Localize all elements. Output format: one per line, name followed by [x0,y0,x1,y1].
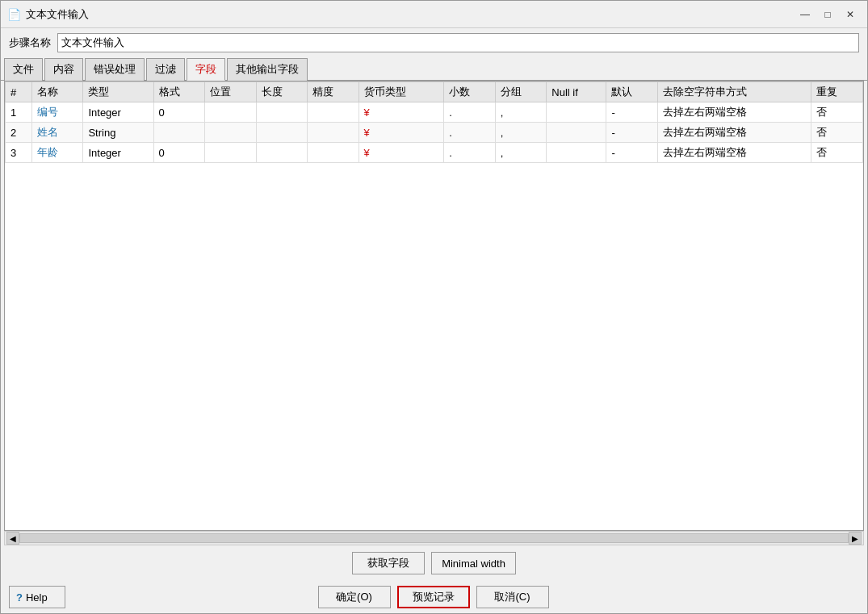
table-cell: ¥ [359,143,444,163]
table-cell: 否 [811,123,863,143]
table-cell: 去掉左右两端空格 [657,102,811,123]
col-nullif: Null if [547,82,606,102]
tab-content[interactable]: 内容 [44,58,83,81]
horizontal-scrollbar[interactable]: ◀ ▶ [4,531,864,545]
table-cell [308,123,359,143]
field-action-buttons: 获取字段 Minimal width [1,545,867,581]
col-decimal: 小数 [444,82,496,102]
table-row[interactable]: 1编号Integer0¥.,-去掉左右两端空格否 [6,102,863,123]
help-icon: ? [16,591,23,604]
table-cell: . [444,143,496,163]
tab-file[interactable]: 文件 [4,58,43,81]
col-repeat: 重复 [811,82,863,102]
table-cell: . [444,102,496,123]
col-name: 名称 [31,82,83,102]
col-precision: 精度 [308,82,359,102]
table-cell [205,102,257,123]
table-cell [256,102,308,123]
table-cell [308,143,359,163]
footer-right: 确定(O) 预览记录 取消(C) [318,586,614,608]
window-title: 文本文件输入 [26,7,89,22]
close-button[interactable]: ✕ [840,6,861,23]
fields-table: # 名称 类型 格式 位置 长度 精度 货币类型 小数 分组 Null if 默… [5,81,863,163]
preview-button[interactable]: 预览记录 [397,586,470,608]
table-cell: 3 [6,143,32,163]
step-name-label: 步骤名称 [9,36,51,50]
col-trim: 去除空字符串方式 [657,82,811,102]
tab-filter[interactable]: 过滤 [146,58,185,81]
table-cell: 1 [6,102,32,123]
tabs-bar: 文件 内容 错误处理 过滤 字段 其他输出字段 [1,57,867,81]
col-type: 类型 [83,82,153,102]
tab-error[interactable]: 错误处理 [85,58,145,81]
table-cell: 否 [811,102,863,123]
table-wrapper[interactable]: # 名称 类型 格式 位置 长度 精度 货币类型 小数 分组 Null if 默… [5,81,863,530]
table-cell: - [606,143,658,163]
table-cell: ¥ [359,123,444,143]
table-cell [205,143,257,163]
table-cell: 去掉左右两端空格 [657,143,811,163]
col-currency: 货币类型 [359,82,444,102]
title-bar-controls: — □ ✕ [795,6,861,23]
table-row[interactable]: 2姓名String¥.,-去掉左右两端空格否 [6,123,863,143]
tab-fields[interactable]: 字段 [187,58,225,81]
step-name-input[interactable] [57,33,859,52]
ok-button[interactable]: 确定(O) [318,586,391,608]
table-cell [547,102,606,123]
title-bar-left: 📄 文本文件输入 [7,7,89,22]
table-cell [256,143,308,163]
scroll-left-arrow[interactable]: ◀ [6,532,19,545]
help-label: Help [26,591,48,604]
table-cell: ¥ [359,102,444,123]
scroll-right-arrow[interactable]: ▶ [849,532,862,545]
table-cell: Integer [83,143,153,163]
table-cell: - [606,102,658,123]
table-cell [205,123,257,143]
table-header-row: # 名称 类型 格式 位置 长度 精度 货币类型 小数 分组 Null if 默… [6,82,863,102]
table-cell [256,123,308,143]
table-cell: , [495,102,547,123]
minimal-width-button[interactable]: Minimal width [431,552,516,574]
table-cell: - [606,123,658,143]
minimize-button[interactable]: — [795,6,816,23]
table-cell [308,102,359,123]
col-num: # [6,82,32,102]
table-cell: 姓名 [31,123,83,143]
table-cell: , [495,123,547,143]
col-format: 格式 [153,82,205,102]
tab-other[interactable]: 其他输出字段 [227,58,308,81]
table-row[interactable]: 3年龄Integer0¥.,-去掉左右两端空格否 [6,143,863,163]
table-cell [547,123,606,143]
maximize-button[interactable]: □ [817,6,838,23]
col-default: 默认 [606,82,658,102]
main-window: 📄 文本文件输入 — □ ✕ 步骤名称 文件 内容 错误处理 过滤 字段 其他输… [0,0,868,614]
col-position: 位置 [205,82,257,102]
table-cell: 去掉左右两端空格 [657,123,811,143]
title-bar: 📄 文本文件输入 — □ ✕ [1,1,867,28]
cancel-button[interactable]: 取消(C) [476,586,549,608]
table-cell: 编号 [31,102,83,123]
step-name-bar: 步骤名称 [1,28,867,57]
col-length: 长度 [256,82,308,102]
footer-bar: ? Help 确定(O) 预览记录 取消(C) [1,581,867,613]
table-cell: Integer [83,102,153,123]
table-cell: 2 [6,123,32,143]
table-cell: 年龄 [31,143,83,163]
col-group: 分组 [495,82,547,102]
table-cell: . [444,123,496,143]
help-button[interactable]: ? Help [9,586,65,608]
table-cell [547,143,606,163]
table-cell: String [83,123,153,143]
content-area: # 名称 类型 格式 位置 长度 精度 货币类型 小数 分组 Null if 默… [4,81,864,531]
table-cell: 否 [811,143,863,163]
get-fields-button[interactable]: 获取字段 [352,552,425,574]
table-cell [153,123,205,143]
window-icon: 📄 [7,8,21,21]
table-cell: 0 [153,143,205,163]
table-cell: 0 [153,102,205,123]
table-cell: , [495,143,547,163]
scrollbar-track[interactable] [19,533,849,543]
footer-left: ? Help [9,586,65,608]
